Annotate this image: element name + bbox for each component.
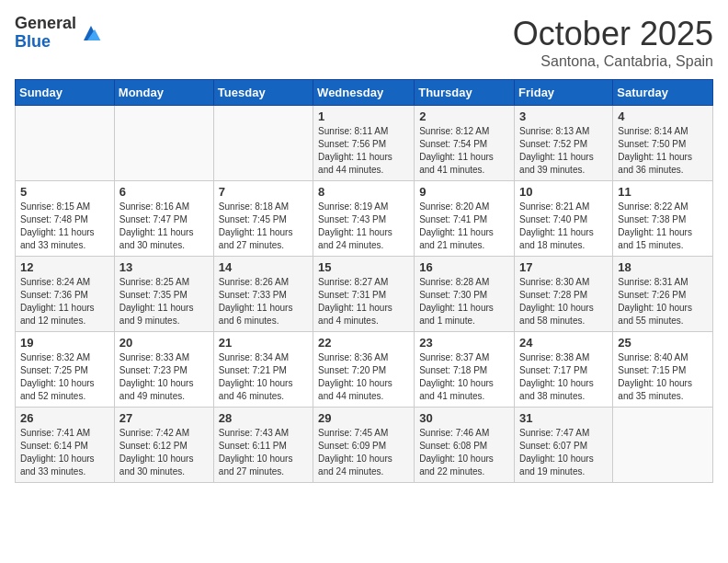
day-number: 18 [618, 260, 708, 274]
day-number: 9 [419, 185, 509, 199]
month-title: October 2025 [513, 15, 713, 53]
day-info: Sunrise: 8:12 AM Sunset: 7:54 PM Dayligh… [419, 125, 509, 177]
day-number: 28 [219, 411, 308, 425]
logo: General Blue [15, 15, 102, 52]
day-info: Sunrise: 8:26 AM Sunset: 7:33 PM Dayligh… [219, 276, 308, 327]
day-info: Sunrise: 8:21 AM Sunset: 7:40 PM Dayligh… [519, 201, 608, 252]
empty-cell [613, 408, 713, 483]
day-number: 12 [20, 260, 109, 274]
day-number: 15 [318, 260, 409, 274]
day-info: Sunrise: 8:33 AM Sunset: 7:23 PM Dayligh… [119, 351, 209, 403]
empty-cell [16, 106, 115, 181]
day-cell-12: 12Sunrise: 8:24 AM Sunset: 7:36 PM Dayli… [16, 257, 115, 332]
day-number: 29 [318, 411, 409, 425]
day-cell-2: 2Sunrise: 8:12 AM Sunset: 7:54 PM Daylig… [415, 106, 515, 181]
day-info: Sunrise: 8:28 AM Sunset: 7:30 PM Dayligh… [419, 276, 509, 327]
weekday-header-sunday: Sunday [16, 80, 115, 106]
day-info: Sunrise: 8:37 AM Sunset: 7:18 PM Dayligh… [419, 351, 509, 403]
week-row-3: 12Sunrise: 8:24 AM Sunset: 7:36 PM Dayli… [16, 257, 713, 332]
day-number: 16 [419, 260, 509, 274]
day-cell-13: 13Sunrise: 8:25 AM Sunset: 7:35 PM Dayli… [114, 257, 213, 332]
day-info: Sunrise: 8:36 AM Sunset: 7:20 PM Dayligh… [318, 351, 409, 403]
week-row-1: 1Sunrise: 8:11 AM Sunset: 7:56 PM Daylig… [16, 106, 713, 181]
day-cell-30: 30Sunrise: 7:46 AM Sunset: 6:08 PM Dayli… [415, 408, 515, 483]
day-cell-27: 27Sunrise: 7:42 AM Sunset: 6:12 PM Dayli… [114, 408, 213, 483]
day-info: Sunrise: 8:31 AM Sunset: 7:26 PM Dayligh… [618, 276, 708, 327]
day-number: 21 [219, 336, 308, 350]
day-info: Sunrise: 8:15 AM Sunset: 7:48 PM Dayligh… [20, 201, 109, 252]
day-cell-10: 10Sunrise: 8:21 AM Sunset: 7:40 PM Dayli… [515, 181, 613, 257]
day-number: 3 [519, 109, 608, 123]
page-header: General Blue October 2025 Santona, Canta… [15, 15, 713, 70]
day-cell-11: 11Sunrise: 8:22 AM Sunset: 7:38 PM Dayli… [613, 181, 713, 257]
day-number: 25 [618, 336, 708, 350]
day-cell-22: 22Sunrise: 8:36 AM Sunset: 7:20 PM Dayli… [313, 332, 415, 408]
logo-general: General [15, 15, 76, 33]
day-number: 27 [119, 411, 209, 425]
day-cell-9: 9Sunrise: 8:20 AM Sunset: 7:41 PM Daylig… [415, 181, 515, 257]
weekday-header-row: SundayMondayTuesdayWednesdayThursdayFrid… [16, 80, 713, 106]
logo-icon [80, 22, 102, 44]
day-info: Sunrise: 8:16 AM Sunset: 7:47 PM Dayligh… [119, 201, 209, 252]
day-info: Sunrise: 8:38 AM Sunset: 7:17 PM Dayligh… [519, 351, 608, 403]
location-title: Santona, Cantabria, Spain [513, 53, 713, 70]
empty-cell [213, 106, 313, 181]
day-info: Sunrise: 7:47 AM Sunset: 6:07 PM Dayligh… [519, 427, 608, 478]
day-cell-18: 18Sunrise: 8:31 AM Sunset: 7:26 PM Dayli… [613, 257, 713, 332]
day-number: 8 [318, 185, 409, 199]
day-cell-23: 23Sunrise: 8:37 AM Sunset: 7:18 PM Dayli… [415, 332, 515, 408]
week-row-4: 19Sunrise: 8:32 AM Sunset: 7:25 PM Dayli… [16, 332, 713, 408]
day-number: 17 [519, 260, 608, 274]
day-info: Sunrise: 7:46 AM Sunset: 6:08 PM Dayligh… [419, 427, 509, 478]
calendar-table: SundayMondayTuesdayWednesdayThursdayFrid… [15, 79, 713, 483]
day-info: Sunrise: 8:27 AM Sunset: 7:31 PM Dayligh… [318, 276, 409, 327]
day-number: 20 [119, 336, 209, 350]
day-info: Sunrise: 8:24 AM Sunset: 7:36 PM Dayligh… [20, 276, 109, 327]
day-info: Sunrise: 7:42 AM Sunset: 6:12 PM Dayligh… [119, 427, 209, 478]
day-cell-29: 29Sunrise: 7:45 AM Sunset: 6:09 PM Dayli… [313, 408, 415, 483]
day-info: Sunrise: 7:45 AM Sunset: 6:09 PM Dayligh… [318, 427, 409, 478]
day-cell-19: 19Sunrise: 8:32 AM Sunset: 7:25 PM Dayli… [16, 332, 115, 408]
day-info: Sunrise: 7:43 AM Sunset: 6:11 PM Dayligh… [219, 427, 308, 478]
day-number: 7 [219, 185, 308, 199]
day-info: Sunrise: 8:13 AM Sunset: 7:52 PM Dayligh… [519, 125, 608, 177]
day-number: 23 [419, 336, 509, 350]
day-info: Sunrise: 8:34 AM Sunset: 7:21 PM Dayligh… [219, 351, 308, 403]
day-number: 6 [119, 185, 209, 199]
day-cell-15: 15Sunrise: 8:27 AM Sunset: 7:31 PM Dayli… [313, 257, 415, 332]
day-cell-4: 4Sunrise: 8:14 AM Sunset: 7:50 PM Daylig… [613, 106, 713, 181]
weekday-header-tuesday: Tuesday [213, 80, 313, 106]
weekday-header-wednesday: Wednesday [313, 80, 415, 106]
day-number: 5 [20, 185, 109, 199]
day-number: 14 [219, 260, 308, 274]
day-number: 30 [419, 411, 509, 425]
logo-blue: Blue [15, 33, 76, 52]
day-number: 13 [119, 260, 209, 274]
day-cell-21: 21Sunrise: 8:34 AM Sunset: 7:21 PM Dayli… [213, 332, 313, 408]
weekday-header-thursday: Thursday [415, 80, 515, 106]
week-row-5: 26Sunrise: 7:41 AM Sunset: 6:14 PM Dayli… [16, 408, 713, 483]
day-cell-31: 31Sunrise: 7:47 AM Sunset: 6:07 PM Dayli… [515, 408, 613, 483]
day-info: Sunrise: 8:32 AM Sunset: 7:25 PM Dayligh… [20, 351, 109, 403]
day-cell-3: 3Sunrise: 8:13 AM Sunset: 7:52 PM Daylig… [515, 106, 613, 181]
week-row-2: 5Sunrise: 8:15 AM Sunset: 7:48 PM Daylig… [16, 181, 713, 257]
day-info: Sunrise: 8:30 AM Sunset: 7:28 PM Dayligh… [519, 276, 608, 327]
day-number: 19 [20, 336, 109, 350]
weekday-header-monday: Monday [114, 80, 213, 106]
day-number: 11 [618, 185, 708, 199]
day-info: Sunrise: 8:20 AM Sunset: 7:41 PM Dayligh… [419, 201, 509, 252]
day-info: Sunrise: 8:18 AM Sunset: 7:45 PM Dayligh… [219, 201, 308, 252]
day-cell-26: 26Sunrise: 7:41 AM Sunset: 6:14 PM Dayli… [16, 408, 115, 483]
day-info: Sunrise: 8:22 AM Sunset: 7:38 PM Dayligh… [618, 201, 708, 252]
day-cell-1: 1Sunrise: 8:11 AM Sunset: 7:56 PM Daylig… [313, 106, 415, 181]
day-cell-28: 28Sunrise: 7:43 AM Sunset: 6:11 PM Dayli… [213, 408, 313, 483]
day-cell-6: 6Sunrise: 8:16 AM Sunset: 7:47 PM Daylig… [114, 181, 213, 257]
weekday-header-saturday: Saturday [613, 80, 713, 106]
day-number: 24 [519, 336, 608, 350]
day-number: 2 [419, 109, 509, 123]
day-info: Sunrise: 8:19 AM Sunset: 7:43 PM Dayligh… [318, 201, 409, 252]
day-cell-7: 7Sunrise: 8:18 AM Sunset: 7:45 PM Daylig… [213, 181, 313, 257]
day-cell-16: 16Sunrise: 8:28 AM Sunset: 7:30 PM Dayli… [415, 257, 515, 332]
title-block: October 2025 Santona, Cantabria, Spain [513, 15, 713, 70]
day-info: Sunrise: 8:11 AM Sunset: 7:56 PM Dayligh… [318, 125, 409, 177]
